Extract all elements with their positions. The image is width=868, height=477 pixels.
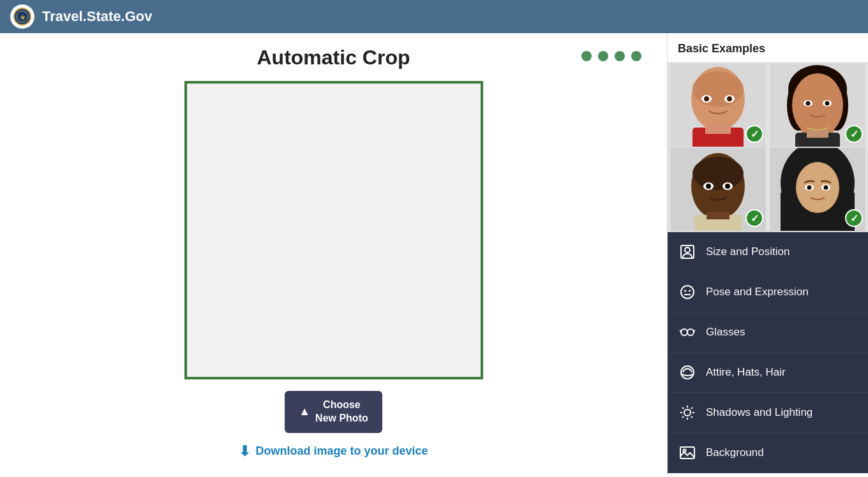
- svg-point-55: [796, 162, 839, 213]
- check-badge-4: ✓: [845, 209, 863, 227]
- svg-line-73: [682, 407, 684, 409]
- choose-photo-label: ChooseNew Photo: [315, 399, 368, 425]
- example-3[interactable]: ✓: [669, 148, 767, 231]
- svg-point-30: [727, 96, 732, 101]
- menu-item-background[interactable]: Background: [668, 433, 868, 473]
- svg-rect-26: [705, 124, 731, 134]
- svg-point-29: [704, 96, 709, 101]
- svg-point-66: [687, 329, 694, 335]
- menu-label-shadows: Shadows and Lighting: [706, 406, 812, 419]
- svg-point-42: [825, 101, 830, 106]
- svg-line-76: [682, 416, 684, 418]
- svg-point-41: [806, 101, 811, 106]
- sun-icon: [678, 403, 697, 422]
- svg-point-63: [684, 290, 686, 292]
- svg-point-58: [807, 186, 812, 190]
- progress-dot-3: [615, 51, 625, 61]
- example-4[interactable]: ✓: [768, 148, 867, 231]
- svg-rect-77: [680, 447, 694, 459]
- svg-point-51: [725, 184, 730, 189]
- download-label: Download image to your device: [255, 444, 428, 458]
- photo-background: [187, 84, 481, 377]
- svg-point-45: [692, 157, 744, 190]
- menu-label-attire: Attire, Hats, Hair: [706, 366, 786, 379]
- choose-photo-button[interactable]: ▲ ChooseNew Photo: [285, 391, 382, 433]
- svg-point-62: [681, 286, 694, 298]
- menu-item-glasses[interactable]: Glasses: [668, 312, 868, 353]
- svg-point-61: [685, 247, 690, 253]
- example-2[interactable]: ✓: [768, 64, 867, 147]
- header: ★ Travel.State.Gov: [0, 0, 868, 33]
- examples-grid: ✓: [668, 62, 868, 232]
- svg-line-75: [691, 407, 692, 409]
- menu-item-shadows[interactable]: Shadows and Lighting: [668, 393, 868, 433]
- svg-point-64: [689, 290, 691, 292]
- check-badge-2: ✓: [845, 125, 863, 143]
- progress-dot-2: [598, 51, 608, 61]
- menu-label-pose-expression: Pose and Expression: [706, 286, 809, 298]
- sidebar: Basic Examples ✓: [667, 33, 868, 477]
- svg-text:★: ★: [20, 14, 26, 21]
- svg-point-50: [706, 184, 711, 189]
- menu-item-size-position[interactable]: Size and Position: [668, 232, 868, 272]
- menu-label-glasses: Glasses: [706, 326, 745, 339]
- svg-rect-38: [807, 130, 828, 138]
- main-layout: Automatic Crop: [0, 33, 868, 477]
- menu-label-background: Background: [706, 446, 764, 459]
- svg-line-74: [691, 416, 692, 418]
- progress-dot-4: [631, 51, 641, 61]
- menu-label-size-position: Size and Position: [706, 246, 789, 258]
- svg-rect-47: [707, 212, 730, 219]
- progress-indicator: [581, 51, 641, 61]
- face-neutral-icon: [678, 283, 697, 302]
- site-title: Travel.State.Gov: [42, 8, 152, 25]
- upload-icon: ▲: [299, 404, 310, 419]
- check-badge-1: ✓: [745, 125, 763, 143]
- glasses-icon: [678, 323, 697, 342]
- download-link[interactable]: ⬇ Download image to your device: [239, 443, 428, 460]
- person-box-icon: [678, 242, 697, 261]
- site-seal: ★: [10, 4, 34, 29]
- download-icon: ⬇: [239, 443, 250, 460]
- check-badge-3: ✓: [745, 209, 763, 227]
- hat-icon: [678, 363, 697, 382]
- page-title: Automatic Crop: [257, 46, 410, 70]
- svg-point-36: [792, 73, 843, 137]
- svg-point-59: [824, 186, 828, 190]
- photo-preview: [184, 81, 483, 379]
- svg-point-78: [684, 450, 686, 452]
- svg-point-68: [684, 409, 691, 416]
- svg-point-65: [681, 329, 687, 335]
- example-1[interactable]: ✓: [669, 64, 767, 147]
- image-icon: [678, 443, 697, 462]
- center-panel: Automatic Crop: [0, 33, 667, 477]
- progress-dot-1: [581, 51, 592, 61]
- menu-item-attire[interactable]: Attire, Hats, Hair: [668, 353, 868, 393]
- svg-point-24: [692, 71, 744, 107]
- menu-item-pose-expression[interactable]: Pose and Expression: [668, 272, 868, 312]
- sidebar-menu: Size and Position Pose and Expression: [668, 232, 868, 473]
- sidebar-title: Basic Examples: [668, 33, 868, 62]
